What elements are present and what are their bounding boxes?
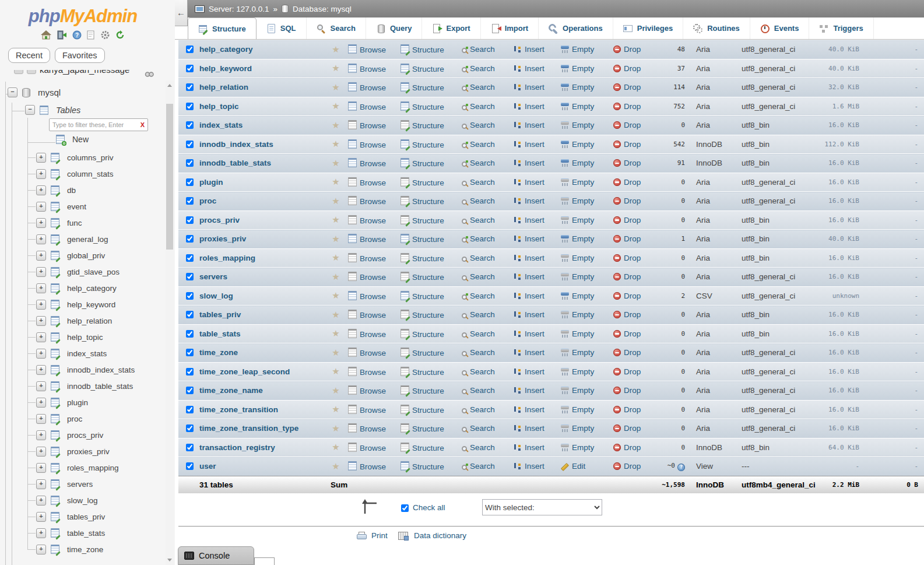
insert-link[interactable]: Insert — [514, 405, 544, 414]
tab-import[interactable]: Import — [481, 17, 539, 39]
table-name-link[interactable]: time_zone_transition_type — [199, 424, 298, 433]
structure-link[interactable]: Structure — [400, 216, 444, 225]
documentation-icon[interactable] — [87, 30, 95, 40]
drop-link[interactable]: Drop — [613, 329, 641, 338]
sidebar-item-help_relation[interactable]: + help_relation — [0, 313, 164, 329]
insert-link[interactable]: Insert — [514, 367, 544, 376]
search-link[interactable]: Search — [462, 159, 495, 167]
structure-link[interactable]: Structure — [400, 424, 444, 433]
sidebar-item-clipped-database[interactable]: kanya_japan_message — [14, 70, 148, 78]
settings-gear-icon[interactable] — [100, 30, 110, 40]
row-checkbox[interactable] — [186, 311, 194, 318]
table-name-link[interactable]: table_stats — [199, 329, 241, 338]
favorite-star-icon[interactable]: ★ — [327, 97, 345, 116]
insert-link[interactable]: Insert — [514, 329, 544, 338]
expand-icon[interactable]: + — [36, 218, 46, 228]
favorite-star-icon[interactable]: ★ — [327, 438, 345, 457]
search-link[interactable]: Search — [462, 178, 495, 187]
drop-link[interactable]: Drop — [613, 348, 641, 357]
drop-link[interactable]: Drop — [613, 367, 641, 376]
browse-link[interactable]: Browse — [348, 387, 386, 395]
row-checkbox[interactable] — [186, 462, 194, 470]
home-icon[interactable] — [41, 30, 51, 40]
browse-link[interactable]: Browse — [348, 424, 386, 433]
edit-link[interactable]: Edit — [561, 462, 585, 471]
expand-icon[interactable]: + — [36, 528, 46, 538]
insert-link[interactable]: Insert — [514, 64, 544, 73]
structure-link[interactable]: Structure — [400, 197, 444, 206]
tab-export[interactable]: Export — [422, 17, 480, 39]
browse-link[interactable]: Browse — [348, 197, 386, 206]
favorite-star-icon[interactable]: ★ — [327, 343, 345, 363]
insert-link[interactable]: Insert — [514, 310, 544, 319]
empty-link[interactable]: Empty — [561, 178, 594, 187]
structure-link[interactable]: Structure — [400, 462, 444, 471]
logout-icon[interactable] — [57, 30, 67, 40]
table-name-link[interactable]: plugin — [199, 178, 223, 187]
expand-icon[interactable]: + — [36, 479, 46, 489]
table-name-link[interactable]: servers — [199, 272, 227, 281]
structure-link[interactable]: Structure — [400, 254, 444, 263]
search-link[interactable]: Search — [462, 443, 495, 452]
empty-link[interactable]: Empty — [561, 64, 594, 73]
row-checkbox[interactable] — [186, 368, 194, 376]
empty-link[interactable]: Empty — [561, 196, 594, 205]
browse-link[interactable]: Browse — [348, 444, 386, 452]
insert-link[interactable]: Insert — [514, 443, 544, 452]
browse-link[interactable]: Browse — [348, 330, 386, 339]
drop-link[interactable]: Drop — [613, 140, 641, 149]
browse-link[interactable]: Browse — [348, 141, 386, 149]
favorite-star-icon[interactable]: ★ — [327, 419, 345, 438]
search-link[interactable]: Search — [462, 64, 495, 73]
expand-icon[interactable]: + — [36, 545, 46, 555]
data-dictionary-link[interactable]: Data dictionary — [398, 531, 466, 540]
browse-link[interactable]: Browse — [348, 103, 386, 111]
expand-icon[interactable]: + — [36, 496, 46, 506]
structure-link[interactable]: Structure — [400, 103, 444, 111]
drop-link[interactable]: Drop — [613, 386, 641, 395]
collapse-icon[interactable]: − — [25, 105, 35, 115]
expand-icon[interactable]: + — [36, 365, 46, 375]
insert-link[interactable]: Insert — [514, 83, 544, 92]
expand-icon[interactable]: + — [36, 447, 46, 457]
expand-icon[interactable]: + — [36, 316, 46, 326]
structure-link[interactable]: Structure — [400, 83, 444, 92]
insert-link[interactable]: Insert — [514, 140, 544, 149]
row-checkbox[interactable] — [186, 235, 194, 243]
scroll-down-icon[interactable] — [167, 559, 172, 562]
search-link[interactable]: Search — [462, 121, 495, 129]
row-checkbox[interactable] — [186, 197, 194, 205]
filter-clear-icon[interactable]: X — [140, 121, 145, 128]
favorite-star-icon[interactable]: ★ — [327, 324, 345, 343]
search-link[interactable]: Search — [462, 272, 495, 281]
expand-icon[interactable]: + — [36, 463, 46, 473]
favorite-star-icon[interactable]: ★ — [327, 59, 345, 78]
structure-link[interactable]: Structure — [400, 159, 444, 168]
favorite-star-icon[interactable]: ★ — [327, 381, 345, 401]
search-link[interactable]: Search — [462, 234, 495, 243]
search-link[interactable]: Search — [462, 254, 495, 262]
insert-link[interactable]: Insert — [514, 348, 544, 357]
table-name-link[interactable]: user — [199, 462, 216, 471]
table-filter-input[interactable]: Type to filter these, Enter X — [49, 118, 148, 131]
table-name-link[interactable]: time_zone_name — [199, 386, 263, 395]
favorite-star-icon[interactable]: ★ — [327, 362, 345, 381]
tab-search[interactable]: Search — [307, 17, 366, 39]
drop-link[interactable]: Drop — [613, 443, 641, 452]
row-checkbox[interactable] — [186, 45, 194, 53]
table-name-link[interactable]: innodb_table_stats — [199, 159, 271, 167]
sidebar-item-mysql-db[interactable]: − mysql — [8, 87, 61, 97]
structure-link[interactable]: Structure — [400, 121, 444, 130]
expand-icon[interactable]: + — [36, 202, 46, 212]
table-name-link[interactable]: index_stats — [199, 121, 243, 129]
recent-button[interactable]: Recent — [8, 48, 50, 63]
empty-link[interactable]: Empty — [561, 367, 594, 376]
empty-link[interactable]: Empty — [561, 386, 594, 395]
search-link[interactable]: Search — [462, 462, 495, 471]
refresh-icon[interactable] — [115, 30, 125, 40]
favorite-star-icon[interactable]: ★ — [327, 306, 345, 325]
sidebar-item-index_stats[interactable]: + index_stats — [0, 345, 164, 362]
insert-link[interactable]: Insert — [514, 178, 544, 187]
browse-link[interactable]: Browse — [348, 349, 386, 357]
drop-link[interactable]: Drop — [613, 178, 641, 187]
